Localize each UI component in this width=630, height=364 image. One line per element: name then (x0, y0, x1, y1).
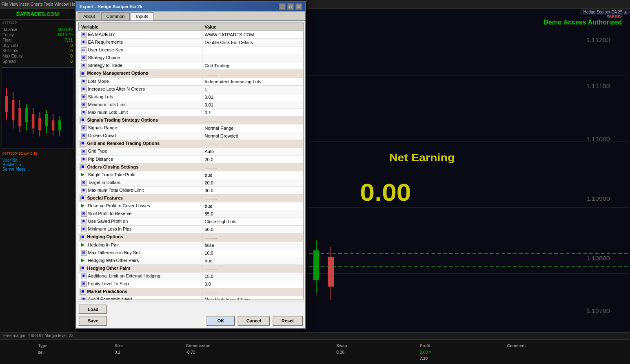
svg-rect-15 (52, 120, 55, 131)
save-button[interactable]: Save (79, 316, 107, 326)
params-table: Variable Value ▣EA MADE BYWWW.EATRADES.C… (78, 23, 303, 300)
row-variable-cell: ▶Hedging With Other Pairs (79, 257, 202, 264)
table-row[interactable]: ▣Orders Closing Settings............ (79, 163, 303, 171)
table-row[interactable]: ▣Maximum Total Orders Limit30.0 (79, 186, 303, 194)
svg-rect-17 (58, 120, 61, 131)
demo-access-label: Demo Access Authorized (543, 19, 622, 26)
row-icon: ▣ (80, 71, 86, 77)
table-row[interactable]: ▣Special Features............ (79, 194, 303, 202)
row-value-cell: Normal Crowded (202, 132, 303, 140)
table-row[interactable]: ▣Equity Level To Stop0.0 (79, 280, 303, 288)
row-value-cell: ............ (202, 117, 303, 124)
row-variable-cell: ▣Minimum Loss in Pips (79, 226, 202, 233)
table-row[interactable]: ▶Reserve Profit to Cover Lossestrue (79, 202, 303, 210)
table-row[interactable]: ▣Minimum Loss in Pips50.0 (79, 226, 303, 233)
table-row[interactable]: ▶Hedging With Other Pairstrue (79, 257, 303, 264)
row-icon: ▣ (81, 102, 87, 108)
table-row[interactable]: ▣Increase Lots After N Orders1 (79, 85, 303, 93)
table-row[interactable]: ▣Money Management Options............ (79, 70, 303, 78)
user-info: User Na...Real Acco...Server Mess... (0, 156, 75, 173)
row-value-cell: 0.1 (202, 109, 303, 116)
row-icon: ▶ (81, 172, 87, 178)
table-row[interactable]: ▣Use Saved Profit onClose High Lots (79, 218, 303, 226)
row-value-cell: 0.01 (202, 93, 303, 101)
mini-chart (2, 67, 73, 149)
table-row[interactable]: ▣Maximum Lots Limit0.1 (79, 109, 303, 116)
row-icon: ▣ (81, 63, 87, 69)
table-row[interactable]: ▣Strategy to TradeGrid Trading (79, 62, 303, 70)
svg-rect-9 (32, 114, 35, 129)
row-icon: ▣ (81, 55, 87, 61)
table-row[interactable]: ▣Market Predictions............ (79, 288, 303, 296)
table-row[interactable]: ▣Hedging Options............ (79, 233, 303, 241)
table-row[interactable]: ▣Pip Distance20.0 (79, 155, 303, 163)
table-row[interactable]: ▣Signals Trading Strategy Options.......… (79, 117, 303, 124)
params-table-container[interactable]: Variable Value ▣EA MADE BYWWW.EATRADES.C… (78, 22, 304, 300)
row-icon: ab (81, 47, 87, 53)
table-row[interactable]: ▣Minimum Lots Limit0.01 (79, 101, 303, 109)
col-header-comment: Comment (504, 343, 627, 349)
footer-left-buttons: Load Save (79, 304, 107, 326)
account-id: #577230 (0, 20, 75, 25)
row-variable-cell: ▣EA Requirements (79, 39, 202, 47)
table-row[interactable]: ▣Grid TypeAuto (79, 148, 303, 155)
minimize-button[interactable]: _ (279, 3, 286, 10)
table-row[interactable]: ▣Signals RangeNormal Range (79, 124, 303, 132)
row-value-cell: 1 (202, 85, 303, 93)
svg-rect-7 (25, 108, 28, 122)
row-icon: ▣ (81, 79, 87, 84)
svg-text:1.11000: 1.11000 (586, 136, 610, 142)
table-row[interactable]: ▣Starting Lots0.01 (79, 93, 303, 101)
table-row[interactable]: ▣Orders CrowdNormal Crowded (79, 132, 303, 140)
ok-button[interactable]: OK (206, 316, 235, 326)
dialog-controls: _ □ × (279, 3, 302, 10)
table-row[interactable]: ▣Avoid Economic NewsOnly High Impact New… (79, 296, 303, 300)
table-row[interactable]: ▶Hedging In Pairfalse (79, 241, 303, 249)
row-icon: ▣ (80, 266, 86, 271)
close-button[interactable]: × (295, 3, 302, 10)
row-value-cell: Normal Range (202, 124, 303, 132)
col-header-profit: Profit (417, 343, 504, 349)
row-variable-cell: ▣Money Management Options (79, 70, 202, 78)
tab-common[interactable]: Common (101, 12, 130, 20)
table-row[interactable]: ▣Lots ModeIndependent Increasing Lots (79, 78, 303, 85)
table-row[interactable]: ▣Additional Limit on External Hedging15.… (79, 272, 303, 280)
col-header-swap: Swap (333, 343, 416, 349)
row-variable-cell: ▣Equity Level To Stop (79, 280, 202, 288)
row-icon: ▣ (81, 297, 87, 300)
row-value-cell: ............ (202, 288, 303, 296)
footer-right-buttons: OK Cancel Reset (206, 304, 303, 326)
tab-inputs[interactable]: Inputs (131, 12, 153, 20)
table-row[interactable]: ▶Single Trade Take Profittrue (79, 171, 303, 179)
row-value-cell: ............ (202, 233, 303, 241)
table-row[interactable]: abUser License Key (79, 47, 303, 54)
table-row[interactable]: ▣Target in Dollars20.0 (79, 179, 303, 186)
table-row[interactable]: ▣EA RequirementsDouble Click For Details (79, 39, 303, 47)
svg-text:1.11100: 1.11100 (586, 83, 610, 89)
table-row[interactable]: ▣Max Difference in Buy Sell10.0 (79, 249, 303, 257)
row-icon: ▣ (80, 141, 86, 146)
row-variable-cell: ▣Hedging Options (79, 233, 202, 241)
row-variable-cell: ▣Grid Type (79, 148, 202, 155)
row-variable-cell: ▣Strategy to Trade (79, 62, 202, 70)
row-variable-cell: ▣% of Profit to Reserve (79, 210, 202, 218)
table-row[interactable]: ▣Strategy Choice (79, 54, 303, 62)
trade-profit: 8.00 × (417, 349, 504, 355)
load-button[interactable]: Load (79, 304, 107, 314)
tab-about[interactable]: About (78, 12, 100, 20)
row-value-cell: true (202, 202, 303, 210)
row-icon: ▣ (80, 235, 86, 240)
table-row[interactable]: ▣EA MADE BYWWW.EATRADES.COM (79, 31, 303, 39)
table-row[interactable]: ▣Grid and Relaxed Trading Options.......… (79, 140, 303, 148)
bottom-bar: Type Size Commission Swap Profit Comment… (0, 340, 630, 364)
reset-button[interactable]: Reset (273, 316, 303, 326)
cancel-button[interactable]: Cancel (237, 316, 270, 326)
trade-total-row: 7.30 (3, 355, 627, 362)
table-row[interactable]: ▣Hedging Other Pairs............ (79, 264, 303, 272)
table-row[interactable]: ▣% of Profit to Reserve85.0 (79, 210, 303, 218)
maximize-button[interactable]: □ (287, 3, 294, 10)
row-icon: ▣ (81, 157, 87, 162)
row-variable-cell: ▣Avoid Economic News (79, 296, 202, 300)
row-variable-cell: ▶Reserve Profit to Cover Losses (79, 202, 202, 210)
trade-row: sell 0.1 -0.70 0.00 8.00 × (3, 349, 627, 355)
